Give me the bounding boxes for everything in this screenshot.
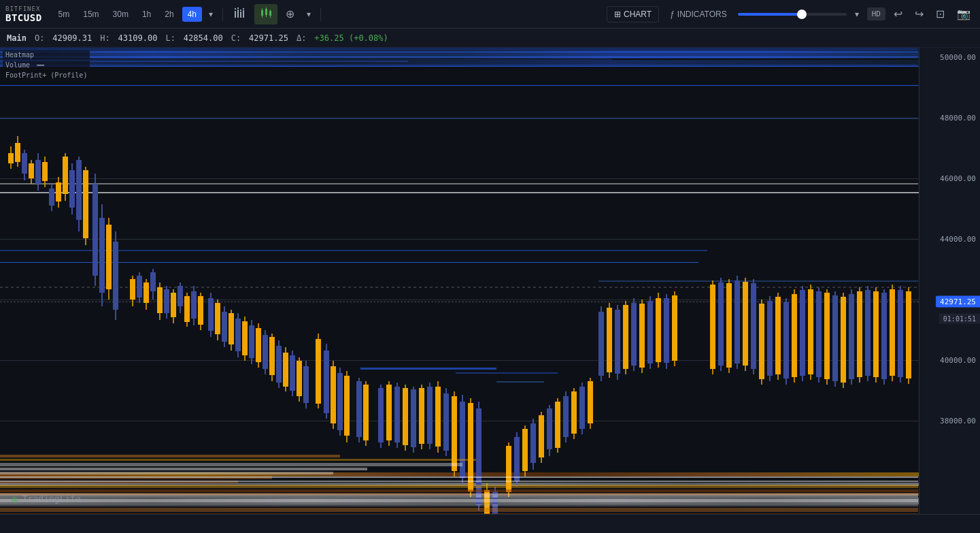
svg-rect-214 — [751, 283, 756, 369]
svg-rect-19 — [0, 51, 918, 53]
svg-rect-55 — [92, 184, 98, 276]
snapshot-button[interactable]: 📷 — [953, 5, 975, 23]
current-price-badge: 42971.25 — [936, 296, 980, 308]
svg-rect-148 — [443, 393, 449, 451]
svg-rect-244 — [873, 291, 879, 377]
chart-icon: ⊞ — [614, 10, 621, 19]
svg-rect-18 — [0, 48, 918, 50]
svg-rect-45 — [56, 182, 61, 201]
close-value: 42971.25 — [249, 33, 288, 43]
delta-value: +36.25 (+0.08%) — [314, 33, 388, 43]
svg-rect-117 — [324, 351, 329, 413]
svg-rect-174 — [555, 402, 560, 448]
svg-rect-5 — [240, 10, 241, 11]
svg-rect-14 — [269, 11, 271, 16]
svg-rect-182 — [588, 381, 593, 423]
chart-button[interactable]: ⊞ CHART — [607, 6, 659, 22]
svg-rect-101 — [263, 335, 268, 369]
svg-rect-97 — [249, 325, 254, 358]
tf-2h[interactable]: 2h — [159, 7, 179, 22]
svg-rect-4 — [240, 12, 241, 18]
svg-rect-206 — [718, 282, 724, 366]
tf-4h[interactable]: 4h — [182, 7, 202, 22]
watermark-icon: ◈ — [11, 491, 18, 506]
svg-rect-49 — [69, 170, 75, 208]
svg-rect-234 — [832, 295, 838, 381]
svg-rect-71 — [157, 287, 163, 313]
heatmap-label: Heatmap — [3, 50, 90, 59]
pair-label: BTCUSD — [5, 12, 42, 23]
replay-dropdown[interactable]: ▾ — [851, 7, 863, 22]
candle-chart-btn[interactable] — [254, 4, 277, 25]
chart-canvas[interactable]: Heatmap Volume ━━ FootPrint+ (Profile) ◈… — [0, 48, 919, 514]
svg-rect-33 — [15, 143, 20, 162]
high-value: 43109.00 — [118, 33, 158, 43]
svg-rect-61 — [113, 242, 118, 310]
svg-rect-226 — [800, 290, 805, 376]
svg-rect-16 — [270, 16, 271, 18]
separator-2 — [320, 7, 321, 21]
svg-rect-43 — [49, 189, 54, 206]
svg-rect-170 — [539, 415, 544, 457]
svg-rect-12 — [266, 7, 267, 9]
svg-rect-180 — [579, 387, 585, 429]
svg-rect-252 — [906, 291, 911, 378]
tf-30m[interactable]: 30m — [107, 7, 134, 22]
svg-rect-10 — [262, 16, 263, 18]
price-axis: 50000.00 48000.00 46000.00 44000.00 4200… — [919, 48, 980, 514]
svg-rect-47 — [63, 157, 68, 194]
bar-chart-btn[interactable] — [229, 4, 252, 25]
svg-rect-93 — [235, 319, 241, 351]
svg-rect-57 — [99, 218, 105, 293]
svg-rect-129 — [456, 372, 558, 374]
tf-5m[interactable]: 5m — [53, 7, 75, 22]
svg-rect-178 — [571, 391, 577, 434]
price-tick-38000: 38000.00 — [940, 417, 976, 425]
chart-svg — [0, 48, 919, 514]
indicators-icon: ƒ — [670, 10, 675, 19]
hd-badge[interactable]: HD — [867, 7, 885, 20]
svg-rect-128 — [360, 368, 496, 370]
tf-1h[interactable]: 1h — [137, 7, 156, 22]
svg-rect-132 — [378, 388, 384, 442]
svg-rect-257 — [0, 472, 333, 474]
svg-rect-224 — [792, 294, 797, 377]
svg-rect-140 — [411, 389, 416, 447]
svg-rect-89 — [222, 312, 227, 342]
svg-rect-230 — [816, 291, 822, 377]
svg-rect-119 — [331, 366, 336, 423]
svg-rect-202 — [672, 295, 677, 361]
other-chart-btn[interactable]: ⊕ — [280, 5, 300, 23]
layout-button[interactable]: ⊡ — [932, 5, 949, 23]
svg-rect-2 — [237, 10, 239, 18]
tf-15m[interactable]: 15m — [78, 7, 104, 22]
tf-dropdown[interactable]: ▾ — [205, 7, 217, 22]
svg-rect-11 — [265, 9, 267, 15]
svg-rect-81 — [191, 291, 197, 319]
watermark: ◈ TradingLite — [11, 491, 81, 506]
svg-rect-103 — [269, 337, 275, 375]
price-tick-50000: 50000.00 — [940, 52, 976, 61]
indicators-button[interactable]: ƒ INDICATORS — [663, 7, 734, 22]
separator-1 — [222, 7, 223, 21]
svg-rect-186 — [607, 308, 612, 372]
svg-rect-107 — [283, 353, 288, 387]
svg-rect-7 — [243, 8, 244, 10]
redo-button[interactable]: ↪ — [911, 5, 928, 23]
svg-rect-123 — [344, 376, 350, 436]
svg-rect-166 — [522, 429, 528, 471]
replay-slider-container: ▾ — [738, 7, 863, 22]
svg-rect-232 — [824, 293, 830, 379]
price-tick-48000: 48000.00 — [940, 113, 976, 122]
svg-rect-105 — [276, 346, 282, 383]
svg-rect-255 — [0, 463, 462, 466]
svg-rect-69 — [150, 272, 156, 291]
svg-rect-248 — [890, 289, 895, 376]
svg-rect-168 — [530, 423, 536, 463]
svg-rect-222 — [783, 302, 789, 378]
undo-button[interactable]: ↩ — [890, 5, 907, 23]
chart-type-dropdown[interactable]: ▾ — [303, 7, 315, 22]
replay-slider[interactable] — [738, 13, 847, 16]
svg-rect-270 — [0, 481, 918, 482]
svg-rect-111 — [297, 361, 302, 396]
